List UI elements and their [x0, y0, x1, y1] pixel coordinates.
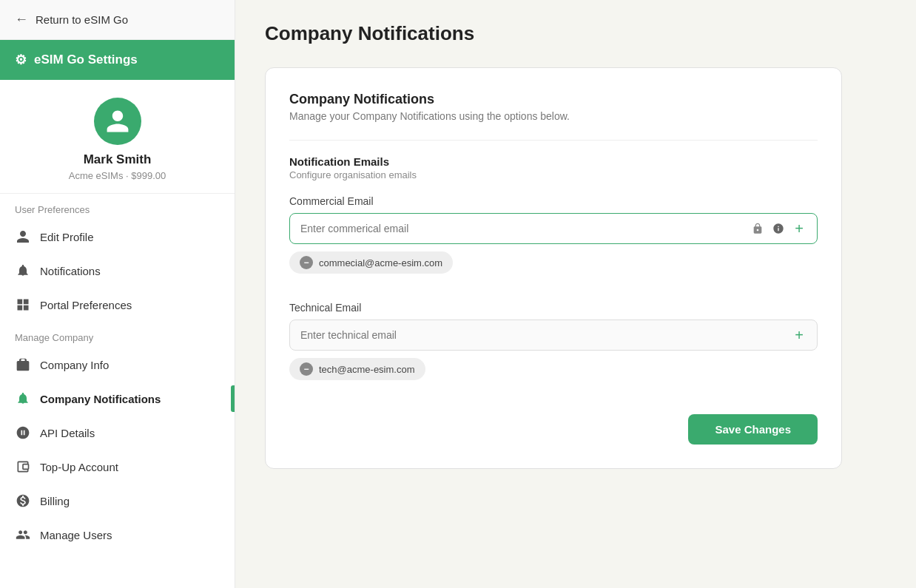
grid-icon: [15, 297, 31, 313]
briefcase-icon: [15, 356, 31, 373]
commercial-email-icons: +: [750, 221, 806, 236]
sidebar-item-top-up[interactable]: Top-Up Account: [0, 450, 235, 484]
user-preferences-label: User Preferences: [0, 194, 235, 220]
billing-label: Billing: [40, 495, 70, 507]
technical-email-icons: +: [792, 328, 806, 342]
bell-badge-icon: [15, 391, 31, 407]
sidebar-item-manage-users[interactable]: Manage Users: [0, 518, 235, 552]
back-arrow-icon: ←: [15, 12, 28, 27]
user-meta: Acme eSIMs · $999.00: [69, 170, 166, 181]
person-icon: [15, 229, 31, 245]
card-title: Company Notifications: [289, 92, 818, 107]
technical-email-label: Technical Email: [289, 302, 818, 314]
settings-label: eSIM Go Settings: [34, 53, 138, 67]
bell-icon: [15, 263, 31, 279]
company-notifications-label: Company Notifications: [40, 393, 161, 405]
main-content: Company Notifications Company Notificati…: [235, 0, 916, 588]
page-title: Company Notifications: [265, 22, 886, 45]
sidebar-item-notifications[interactable]: Notifications: [0, 254, 235, 288]
avatar: [94, 98, 141, 145]
add-technical-email-icon[interactable]: +: [792, 328, 806, 342]
add-commercial-email-icon[interactable]: +: [792, 221, 806, 236]
save-row: Save Changes: [289, 408, 818, 445]
notifications-label: Notifications: [40, 265, 101, 277]
back-label: Return to eSIM Go: [36, 13, 128, 26]
back-button[interactable]: ← Return to eSIM Go: [0, 0, 235, 40]
section-subtitle: Configure organisation emails: [289, 169, 818, 180]
people-icon: [15, 527, 31, 543]
sidebar-item-api-details[interactable]: API Details: [0, 416, 235, 450]
billing-icon: [15, 493, 31, 509]
user-section: Mark Smith Acme eSIMs · $999.00: [0, 80, 235, 194]
sidebar-item-company-notifications[interactable]: Company Notifications: [0, 382, 235, 416]
section-title: Notification Emails: [289, 155, 818, 168]
notifications-card: Company Notifications Manage your Compan…: [265, 67, 842, 469]
sidebar-item-billing[interactable]: Billing: [0, 484, 235, 518]
technical-email-input-row: +: [289, 320, 818, 351]
commercial-email-tags: − commecial@acme-esim.com: [289, 251, 818, 288]
technical-email-tags: − tech@acme-esim.com: [289, 358, 818, 395]
company-info-label: Company Info: [40, 359, 109, 371]
sidebar-item-portal-preferences[interactable]: Portal Preferences: [0, 288, 235, 322]
api-icon: [15, 425, 31, 441]
sidebar: ← Return to eSIM Go ⚙ eSIM Go Settings M…: [0, 0, 235, 588]
portal-preferences-label: Portal Preferences: [40, 299, 132, 311]
info-icon: [771, 221, 786, 236]
lock-icon: [750, 221, 765, 236]
technical-email-tag: − tech@acme-esim.com: [289, 358, 425, 380]
technical-email-input[interactable]: [300, 329, 792, 341]
gear-icon: ⚙: [15, 52, 27, 68]
commercial-email-value: commecial@acme-esim.com: [319, 257, 442, 268]
user-name: Mark Smith: [84, 152, 152, 167]
save-changes-button[interactable]: Save Changes: [688, 414, 818, 445]
commercial-email-input-row: +: [289, 213, 818, 244]
top-up-label: Top-Up Account: [40, 461, 118, 473]
sidebar-item-company-info[interactable]: Company Info: [0, 348, 235, 382]
edit-profile-label: Edit Profile: [40, 231, 94, 243]
technical-email-value: tech@acme-esim.com: [319, 364, 415, 375]
card-subtitle: Manage your Company Notifications using …: [289, 110, 818, 122]
manage-users-label: Manage Users: [40, 529, 112, 541]
commercial-email-label: Commercial Email: [289, 195, 818, 207]
wallet-icon: [15, 459, 31, 475]
manage-company-label: Manage Company: [0, 322, 235, 348]
commercial-email-input[interactable]: [300, 223, 750, 234]
commercial-email-tag: − commecial@acme-esim.com: [289, 251, 453, 274]
remove-technical-email-button[interactable]: −: [300, 362, 313, 376]
sidebar-item-edit-profile[interactable]: Edit Profile: [0, 220, 235, 254]
api-details-label: API Details: [40, 427, 95, 439]
person-icon: [104, 108, 131, 135]
remove-commercial-email-button[interactable]: −: [300, 256, 313, 269]
divider: [289, 140, 818, 141]
settings-header: ⚙ eSIM Go Settings: [0, 40, 235, 80]
